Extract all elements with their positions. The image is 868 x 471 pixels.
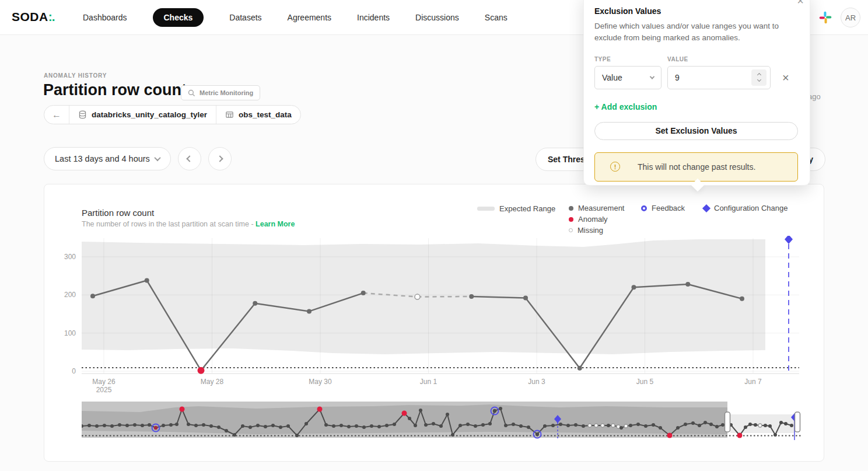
measurement-point[interactable] bbox=[523, 296, 528, 301]
breadcrumb-dataset[interactable]: obs_test_data bbox=[216, 106, 300, 124]
mini-measurement-point[interactable] bbox=[504, 424, 508, 427]
add-exclusion-link[interactable]: + Add exclusion bbox=[594, 102, 799, 111]
brush-handle[interactable] bbox=[795, 412, 800, 432]
anomaly-point[interactable] bbox=[198, 367, 205, 374]
mini-measurement-point[interactable] bbox=[779, 421, 783, 424]
mini-measurement-point[interactable] bbox=[644, 424, 648, 428]
mini-measurement-point[interactable] bbox=[790, 424, 793, 427]
mini-measurement-point[interactable] bbox=[324, 423, 328, 427]
mini-measurement-point[interactable] bbox=[362, 425, 366, 429]
mini-measurement-point[interactable] bbox=[659, 426, 662, 430]
mini-measurement-point[interactable] bbox=[125, 424, 129, 427]
nav-checks[interactable]: Checks bbox=[153, 8, 204, 27]
measurement-point[interactable] bbox=[361, 291, 366, 295]
mini-missing-point[interactable] bbox=[758, 424, 762, 427]
mini-measurement-point[interactable] bbox=[764, 424, 767, 427]
mini-measurement-point[interactable] bbox=[393, 423, 396, 426]
missing-point[interactable] bbox=[415, 294, 420, 299]
mini-measurement-point[interactable] bbox=[481, 423, 485, 427]
config-change-marker[interactable] bbox=[785, 236, 793, 244]
mini-measurement-point[interactable] bbox=[88, 424, 91, 427]
measurement-point[interactable] bbox=[685, 282, 690, 287]
mini-measurement-point[interactable] bbox=[340, 424, 343, 427]
mini-measurement-point[interactable] bbox=[629, 424, 632, 427]
measurement-point[interactable] bbox=[578, 366, 582, 371]
mini-measurement-point[interactable] bbox=[543, 424, 547, 428]
mini-measurement-point[interactable] bbox=[279, 425, 282, 429]
mini-measurement-point[interactable] bbox=[499, 407, 502, 410]
mini-measurement-point[interactable] bbox=[721, 423, 724, 427]
back-button[interactable]: ← bbox=[44, 106, 69, 124]
mini-measurement-point[interactable] bbox=[559, 423, 562, 426]
mini-anomaly-point[interactable] bbox=[402, 411, 407, 416]
mini-measurement-point[interactable] bbox=[439, 424, 443, 428]
mini-missing-point[interactable] bbox=[624, 424, 628, 428]
mini-measurement-point[interactable] bbox=[715, 425, 719, 428]
mini-measurement-point[interactable] bbox=[377, 425, 381, 428]
mini-measurement-point[interactable] bbox=[414, 424, 417, 427]
nav-agreements[interactable]: Agreements bbox=[288, 13, 331, 22]
mini-measurement-point[interactable] bbox=[103, 424, 106, 427]
mini-measurement-point[interactable] bbox=[332, 424, 335, 428]
measurement-point[interactable] bbox=[740, 296, 744, 301]
mini-anomaly-point[interactable] bbox=[317, 407, 323, 412]
measurement-point[interactable] bbox=[145, 278, 149, 283]
mini-missing-point[interactable] bbox=[588, 424, 592, 427]
mini-measurement-point[interactable] bbox=[233, 433, 236, 437]
mini-missing-point[interactable] bbox=[594, 424, 598, 427]
mini-measurement-point[interactable] bbox=[424, 423, 428, 427]
mini-measurement-point[interactable] bbox=[582, 424, 585, 428]
mini-measurement-point[interactable] bbox=[566, 424, 570, 427]
time-range-selector[interactable]: Last 13 days and 4 hours bbox=[44, 147, 171, 170]
slack-icon[interactable] bbox=[819, 11, 832, 24]
mini-measurement-point[interactable] bbox=[95, 424, 99, 428]
mini-measurement-point[interactable] bbox=[512, 423, 515, 426]
mini-measurement-point[interactable] bbox=[408, 417, 411, 420]
exclusion-type-select[interactable]: Value bbox=[594, 66, 662, 89]
mini-anomaly-point[interactable] bbox=[667, 433, 673, 438]
remove-exclusion-button[interactable]: × bbox=[782, 72, 789, 83]
mini-measurement-point[interactable] bbox=[217, 425, 220, 429]
mini-measurement-point[interactable] bbox=[698, 424, 701, 427]
mini-measurement-point[interactable] bbox=[264, 425, 267, 428]
mini-measurement-point[interactable] bbox=[110, 424, 114, 428]
mini-missing-point[interactable] bbox=[611, 424, 615, 427]
mini-measurement-point[interactable] bbox=[744, 425, 747, 429]
mini-measurement-point[interactable] bbox=[286, 424, 290, 428]
mini-measurement-point[interactable] bbox=[419, 409, 422, 412]
breadcrumb-datasource[interactable]: databricks_unity_catalog_tyler bbox=[69, 106, 216, 124]
exclusion-value-input[interactable]: 9 bbox=[667, 66, 771, 89]
mini-anomaly-point[interactable] bbox=[180, 407, 185, 412]
mini-measurement-point[interactable] bbox=[304, 422, 308, 425]
mini-measurement-point[interactable] bbox=[466, 423, 470, 426]
set-exclusion-values-button[interactable]: Set Exclusion Values bbox=[594, 122, 798, 140]
nav-datasets[interactable]: Datasets bbox=[229, 13, 261, 22]
mini-measurement-point[interactable] bbox=[187, 423, 190, 426]
brush-handle[interactable] bbox=[725, 412, 730, 432]
mini-measurement-point[interactable] bbox=[169, 423, 173, 427]
mini-measurement-point[interactable] bbox=[684, 423, 687, 426]
mini-measurement-point[interactable] bbox=[118, 423, 121, 427]
mini-measurement-point[interactable] bbox=[241, 424, 244, 428]
mini-measurement-point[interactable] bbox=[474, 424, 477, 428]
next-period-button[interactable] bbox=[208, 147, 232, 170]
measurement-point[interactable] bbox=[90, 294, 95, 298]
nav-discussions[interactable]: Discussions bbox=[415, 13, 459, 22]
mini-measurement-point[interactable] bbox=[148, 423, 151, 427]
measurement-point[interactable] bbox=[307, 309, 312, 313]
mini-measurement-point[interactable] bbox=[784, 422, 788, 425]
prev-period-button[interactable] bbox=[178, 147, 201, 170]
mini-measurement-point[interactable] bbox=[748, 423, 752, 426]
mini-measurement-point[interactable] bbox=[202, 423, 205, 427]
mini-chart-svg[interactable] bbox=[82, 402, 802, 444]
mini-measurement-point[interactable] bbox=[133, 423, 136, 427]
mini-measurement-point[interactable] bbox=[141, 424, 144, 427]
mini-anomaly-point[interactable] bbox=[737, 433, 743, 438]
mini-measurement-point[interactable] bbox=[385, 424, 388, 427]
mini-measurement-point[interactable] bbox=[488, 422, 492, 425]
mini-measurement-point[interactable] bbox=[175, 423, 178, 426]
measurement-point[interactable] bbox=[469, 294, 474, 299]
mini-measurement-point[interactable] bbox=[527, 425, 530, 429]
mini-measurement-point[interactable] bbox=[636, 423, 640, 426]
mini-measurement-point[interactable] bbox=[347, 425, 351, 428]
